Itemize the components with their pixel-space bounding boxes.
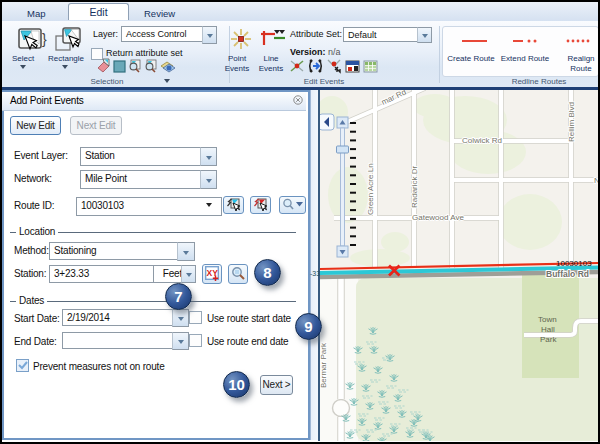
svg-text:Rellim Blvd: Rellim Blvd <box>567 102 576 142</box>
svg-text:10030103: 10030103 <box>556 259 592 268</box>
svg-text:Colwick Rd: Colwick Rd <box>462 136 502 145</box>
svg-text:Bermar Park: Bermar Park <box>320 342 328 388</box>
svg-text:Hall: Hall <box>541 325 555 334</box>
svg-text:N: N <box>594 176 598 185</box>
svg-text:Buffalo Rd: Buffalo Rd <box>546 269 589 279</box>
svg-text:Park: Park <box>540 335 557 344</box>
svg-text:}: } <box>42 31 47 47</box>
svg-text:XY: XY <box>207 268 219 278</box>
svg-text:Town: Town <box>538 315 557 324</box>
svg-text:Gatewood Ave: Gatewood Ave <box>412 213 464 222</box>
svg-text:Radarick Dr: Radarick Dr <box>410 165 419 208</box>
svg-text:Green Acre Ln: Green Acre Ln <box>366 163 375 215</box>
